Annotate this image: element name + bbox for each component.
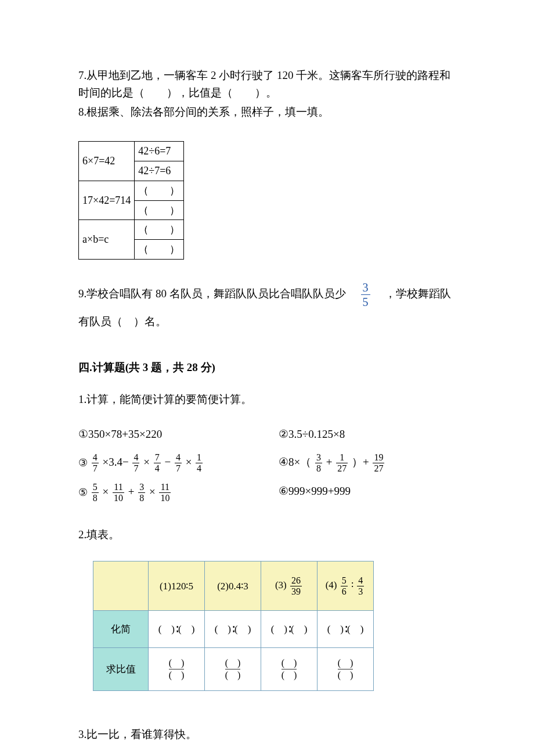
calc-3-f3: 74	[154, 453, 161, 473]
q9-line2: 有队员（ ）名。	[78, 315, 167, 327]
t2-r1c1: ( )∶( )	[149, 611, 205, 648]
calc-problems: ①350×78+35×220 ②3.5÷0.125×8 ③ 47 ×3.4− 4…	[78, 426, 461, 502]
t2-r1c2: ( )∶( )	[205, 611, 261, 648]
t2-h4-mid: ∶	[351, 579, 353, 591]
t1-r1c1: 6×7=42	[79, 142, 135, 181]
t2-r2-label: 求比值	[93, 648, 149, 691]
section-4-heading: 四.计算题(共 3 题，共 28 分)	[78, 359, 461, 376]
t2-r1c4: ( )∶( )	[317, 611, 374, 648]
t2-h4-b: 43	[357, 576, 364, 596]
relation-table: 6×7=42 42÷6=7 42÷7=6 17×42=714 （ ） （ ） a…	[78, 141, 184, 260]
calc-4-lead: ④8×（	[279, 456, 311, 468]
t2-h4-a: 56	[341, 576, 348, 596]
calc-5-m2: +	[128, 485, 135, 498]
question-7-text: 7.从甲地到乙地，一辆客车 2 小时行驶了 120 千米。这辆客车所行驶的路程和…	[78, 67, 461, 102]
q9-pre: 9.学校合唱队有 80 名队员，舞蹈队队员比合唱队队员少	[78, 287, 357, 300]
q4-2-intro: 2.填表。	[78, 526, 461, 543]
calc-5-m3: ×	[149, 485, 156, 498]
calc-4-m1: +	[326, 456, 333, 468]
calc-5-f4: 1110	[159, 483, 171, 503]
t1-r3c1: a×b=c	[79, 220, 135, 260]
t2-r2c4-frac: ( )( )	[338, 658, 353, 680]
calc-3-lead: ③	[78, 455, 88, 471]
calc-5: ⑤ 58 × 1110 + 38 × 1110	[78, 483, 279, 503]
t2-r2c3: ( )( )	[261, 648, 317, 691]
q9-post: ，学校舞蹈队	[374, 287, 451, 300]
t2-r2c1-frac: ( )( )	[169, 658, 185, 680]
calc-1: ①350×78+35×220	[78, 426, 279, 443]
q4-1-intro: 1.计算，能简便计算的要简便计算。	[78, 391, 461, 408]
t2-r2c1: ( )( )	[149, 648, 205, 691]
t1-r2c2b: （ ）	[135, 200, 184, 220]
question-9: 9.学校合唱队有 80 名队员，舞蹈队队员比合唱队队员少 3 5 ，学校舞蹈队 …	[78, 280, 461, 336]
calc-3: ③ 47 ×3.4− 47 × 74 − 47 × 14	[78, 453, 279, 473]
t2-h4-pre: (4)	[326, 579, 337, 591]
t1-r1c2a: 42÷6=7	[135, 142, 184, 161]
question-8-intro: 8.根据乘、除法各部分间的关系，照样子，填一填。	[78, 103, 461, 121]
calc-3-m3: −	[164, 456, 171, 468]
q9-frac-den: 5	[361, 294, 370, 308]
t2-h3: (3) 2639	[261, 561, 317, 611]
calc-3-m4: ×	[186, 456, 192, 468]
t2-r1-label: 化简	[93, 611, 149, 648]
calc-5-lead: ⑤	[78, 484, 88, 501]
t2-h2: (2)0.4∶3	[205, 561, 261, 611]
t1-r3c2a: （ ）	[135, 220, 184, 240]
calc-3-f1: 47	[92, 453, 99, 473]
t1-r2c1: 17×42=714	[79, 181, 135, 220]
ratio-table: (1)120∶5 (2)0.4∶3 (3) 2639 (4) 56 ∶ 43 化…	[93, 561, 374, 691]
t2-h1: (1)120∶5	[149, 561, 205, 611]
calc-5-f3: 38	[138, 483, 145, 503]
calc-2: ②3.5÷0.125×8	[279, 426, 441, 443]
calc-3-f2: 47	[132, 453, 139, 473]
t2-r1c3: ( )∶( )	[261, 611, 317, 648]
q9-frac-num: 3	[361, 282, 370, 294]
calc-4-f2: 127	[336, 453, 348, 473]
calc-4-f3: 1927	[373, 453, 384, 473]
q9-fraction: 3 5	[361, 282, 370, 308]
calc-3-m1: ×3.4−	[103, 456, 129, 468]
t2-r2c4: ( )( )	[317, 648, 374, 691]
t2-h-empty	[93, 561, 149, 611]
calc-3-f5: 14	[196, 453, 203, 473]
calc-5-m1: ×	[103, 485, 109, 498]
t2-r2c3-frac: ( )( )	[282, 658, 297, 680]
calc-6: ⑥999×999+999	[279, 483, 441, 503]
t1-r3c2b: （ ）	[135, 240, 184, 260]
calc-3-f4: 47	[175, 453, 182, 473]
calc-4-f1: 38	[315, 453, 322, 473]
calc-5-f1: 58	[92, 483, 99, 503]
t2-r2c2: ( )( )	[205, 648, 261, 691]
t2-h3-frac: 2639	[290, 576, 302, 596]
calc-4-m2: ）+	[352, 456, 369, 468]
t1-r2c2a: （ ）	[135, 181, 184, 200]
calc-3-m2: ×	[143, 456, 150, 468]
t2-h4: (4) 56 ∶ 43	[317, 561, 374, 611]
t2-r2c2-frac: ( )( )	[225, 658, 241, 680]
calc-5-f2: 1110	[113, 483, 124, 503]
t1-r1c2b: 42÷7=6	[135, 161, 184, 181]
q4-3-intro: 3.比一比，看谁算得快。	[78, 726, 461, 743]
t2-h3-pre: (3)	[275, 579, 287, 591]
calc-4: ④8×（ 38 + 127 ）+ 1927	[279, 453, 441, 473]
